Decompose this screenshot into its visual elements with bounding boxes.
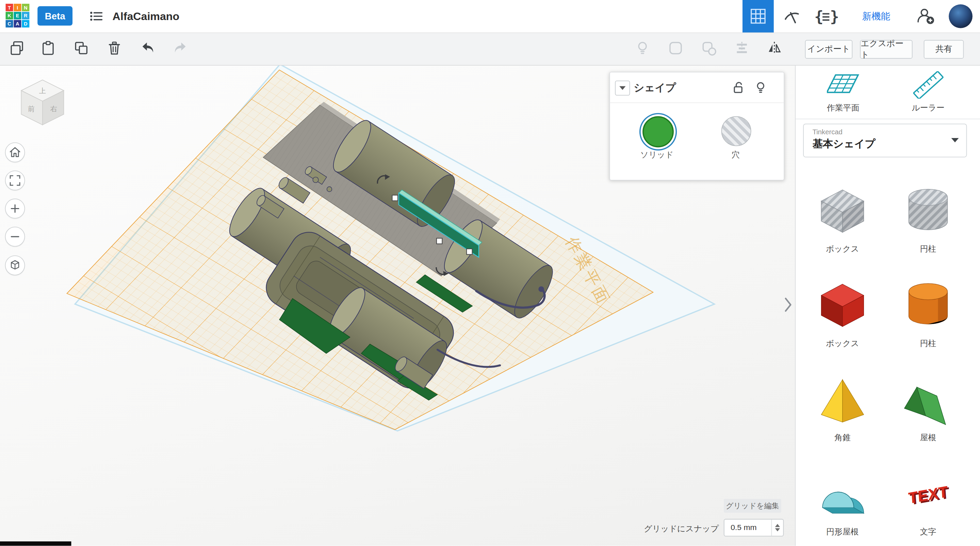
chevron-right-icon [781, 296, 795, 313]
ruler-tool[interactable] [912, 71, 945, 98]
grid-icon [750, 8, 766, 24]
home-view-button[interactable] [5, 143, 25, 162]
unlock-icon [731, 81, 745, 94]
shape-tile-cylinder-hole[interactable] [901, 184, 956, 239]
workplane-tool[interactable] [827, 71, 859, 98]
paste-button[interactable] [40, 40, 56, 56]
dashboard-grid-button[interactable] [743, 0, 774, 33]
show-hidden-button[interactable] [634, 40, 651, 56]
shape-inspector-panel: シェイプ ソリッド 穴 [609, 72, 784, 181]
logo-tile: N [22, 4, 29, 11]
undo-icon [140, 40, 156, 56]
view-cube[interactable]: 上 前 右 [14, 74, 71, 131]
shape-tile-pyramid[interactable] [815, 372, 870, 427]
shape-tile-label: ボックス [805, 338, 880, 349]
perspective-toggle-button[interactable] [5, 256, 25, 275]
snap-grid-value: 0.5 mm [730, 519, 757, 536]
minus-icon [8, 230, 22, 243]
spinner-control[interactable] [772, 519, 783, 536]
beta-badge[interactable]: Beta [37, 6, 73, 25]
taskbar-fragment [0, 541, 71, 546]
fit-view-button[interactable] [5, 170, 25, 190]
share-button[interactable]: 共有 [924, 40, 964, 59]
account-invite-icon[interactable] [916, 7, 935, 25]
shape-tile-label: 円柱 [891, 338, 966, 349]
perspective-cube-icon [8, 259, 22, 272]
edit-grid-button[interactable]: グリッドを編集 [724, 499, 781, 513]
view-cube-right-label: 右 [50, 105, 57, 113]
tinker-pickaxe-icon[interactable] [783, 8, 799, 24]
shape-tile-label: 円形屋根 [805, 526, 880, 538]
undo-button[interactable] [140, 40, 156, 56]
codeblocks-icon[interactable]: { } [812, 8, 840, 25]
selection-handle[interactable] [466, 249, 472, 255]
selection-handle[interactable] [392, 195, 398, 201]
hole-option[interactable] [721, 116, 751, 146]
ruler-tool-label: ルーラー [891, 102, 966, 114]
delete-button[interactable] [106, 40, 123, 56]
lightbulb-icon [634, 40, 651, 56]
shape-tile-label: 円柱 [891, 243, 966, 255]
selection-handle[interactable] [437, 238, 442, 244]
panel-collapse-button[interactable] [615, 81, 630, 95]
roof-icon [901, 372, 956, 427]
design-properties-icon[interactable] [88, 8, 105, 24]
logo-tile: C [6, 20, 13, 27]
redo-button[interactable] [172, 40, 188, 56]
svg-text:TEXT: TEXT [908, 483, 948, 507]
zoom-in-button[interactable] [5, 198, 25, 219]
shape-tile-label: 文字 [891, 526, 966, 538]
shape-tile-box-hole[interactable] [815, 184, 870, 239]
copy-button[interactable] [9, 40, 25, 56]
tinkercad-logo[interactable]: T I N K E R C A D [6, 4, 30, 27]
shape-panel-header: シェイプ [610, 72, 784, 103]
shape-tile-text[interactable]: TEXT TEXT [901, 467, 956, 522]
new-features-link[interactable]: 新機能 [855, 0, 898, 33]
lock-button[interactable] [731, 81, 745, 94]
box-hole-icon [815, 184, 870, 239]
ungroup-icon [701, 40, 717, 56]
redo-icon [172, 40, 188, 56]
ruler-icon [912, 71, 945, 98]
logo-tile: K [6, 12, 13, 19]
group-button[interactable] [668, 40, 684, 56]
library-brand: Tinkercad [813, 128, 843, 136]
mirror-button[interactable] [766, 40, 783, 56]
solid-option[interactable] [643, 116, 674, 148]
shape-tile-label: ボックス [805, 243, 880, 255]
shape-tile-cylinder[interactable] [901, 278, 956, 333]
hide-toggle-button[interactable] [754, 81, 767, 94]
round-roof-icon [815, 467, 870, 522]
align-icon [733, 40, 750, 56]
shape-tile-round-roof[interactable] [815, 467, 870, 522]
logo-tile: R [22, 12, 29, 19]
caret-down-icon [951, 138, 959, 143]
export-button[interactable]: エクスポート [860, 40, 912, 59]
shape-tile-box[interactable] [815, 278, 870, 333]
zoom-out-button[interactable] [5, 227, 25, 247]
library-name: 基本シェイプ [813, 137, 875, 151]
ungroup-button[interactable] [701, 40, 717, 56]
screenshot-root: T I N K E R C A D Beta AlfaCaimano [0, 0, 980, 546]
shape-library-select[interactable]: Tinkercad 基本シェイプ [803, 124, 967, 157]
caret-down-icon [775, 529, 780, 532]
text-shape-icon: TEXT TEXT [901, 467, 956, 522]
avatar[interactable] [949, 5, 972, 28]
view-cube-front-label: 前 [28, 105, 35, 113]
cylinder-icon [901, 278, 956, 333]
align-button[interactable] [733, 40, 750, 56]
pyramid-icon [815, 372, 870, 427]
design-title[interactable]: AlfaCaimano [113, 0, 179, 33]
duplicate-icon [73, 40, 89, 56]
duplicate-button[interactable] [73, 40, 89, 56]
snap-grid-select[interactable]: 0.5 mm [724, 519, 784, 536]
workplane-icon [827, 71, 859, 98]
box-icon [815, 278, 870, 333]
divider [795, 119, 980, 119]
shape-panel-title: シェイプ [633, 72, 676, 102]
import-button[interactable]: インポート [805, 40, 853, 59]
app-header: T I N K E R C A D Beta AlfaCaimano [0, 0, 980, 33]
paste-icon [40, 40, 56, 56]
shape-tile-roof[interactable] [901, 372, 956, 427]
sidebar-collapse-button[interactable] [781, 296, 795, 313]
